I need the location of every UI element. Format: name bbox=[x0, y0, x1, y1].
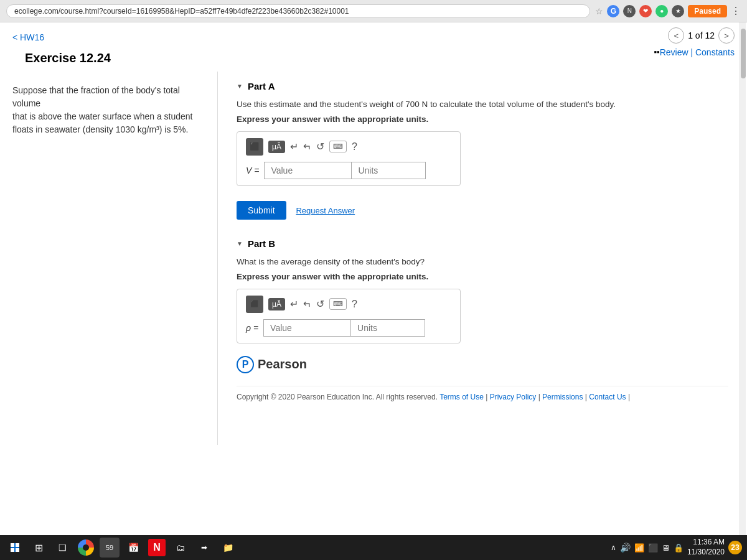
part-b-redo-button[interactable]: ↵ bbox=[303, 298, 311, 310]
battery-icon[interactable]: ⬛ bbox=[648, 543, 658, 553]
part-b-instruction1: What is the average density of the stude… bbox=[237, 256, 728, 268]
taskbar: ⊞ ❑ 59 📅 N 🗂 ➡ 📁 ∧ 🔊 📶 ⬛ 🖥 🔒 11:36 AM 11… bbox=[0, 535, 747, 560]
pearson-logo: P Pearson bbox=[237, 356, 728, 373]
calendar-button[interactable]: 📅 bbox=[123, 538, 143, 558]
ext-icon3[interactable]: ● bbox=[655, 5, 668, 17]
paused-button[interactable]: Paused bbox=[688, 5, 727, 17]
part-a-value-input[interactable] bbox=[264, 162, 351, 179]
part-a-toolbar: ⬛ μÃ ↵ ↵ ↺ ⌨ ? bbox=[246, 138, 451, 156]
part-a-header[interactable]: ▼ Part A bbox=[237, 81, 728, 91]
files-icon: 🗂 bbox=[176, 543, 185, 553]
part-a-title: Part A bbox=[248, 81, 275, 91]
part-a-section: ▼ Part A Use this estimate and the stude… bbox=[237, 81, 728, 220]
part-b-formula-icon: ⬛ bbox=[250, 300, 259, 308]
ext-icon4[interactable]: ★ bbox=[672, 5, 684, 17]
part-a-answer-box: ⬛ μÃ ↵ ↵ ↺ ⌨ ? V = bbox=[237, 131, 461, 186]
arrow-btn[interactable]: ➡ bbox=[194, 538, 214, 558]
part-b-units-input[interactable] bbox=[350, 319, 425, 337]
formula-icon: ⬛ bbox=[250, 142, 260, 151]
permissions-link[interactable]: Permissions bbox=[542, 393, 583, 401]
privacy-link[interactable]: Privacy Policy bbox=[490, 393, 537, 401]
part-b-header[interactable]: ▼ Part B bbox=[237, 238, 728, 249]
keyboard-button[interactable]: ⌨ bbox=[329, 141, 347, 152]
ext-icon2[interactable]: ❤ bbox=[639, 5, 652, 17]
part-b-toolbar: ⬛ μÃ ↵ ↵ ↺ ⌨ ? bbox=[246, 296, 451, 313]
prev-page-button[interactable]: < bbox=[668, 27, 684, 44]
part-b-help-button[interactable]: ? bbox=[352, 299, 357, 310]
part-b-formula-button[interactable]: ⬛ bbox=[246, 296, 263, 313]
part-a-instruction1: Use this estimate and the student's weig… bbox=[237, 99, 728, 111]
browser-bar: ecollege.com/course.html?courseId=161699… bbox=[0, 0, 747, 22]
part-a-var-label: V = bbox=[246, 166, 259, 175]
folder-button[interactable]: 📁 bbox=[218, 538, 238, 558]
review-icon: ▪▪ bbox=[654, 47, 659, 57]
refresh-button[interactable]: ↺ bbox=[316, 141, 324, 152]
url-bar[interactable]: ecollege.com/course.html?courseId=161699… bbox=[6, 4, 590, 18]
netflix-button[interactable]: N bbox=[147, 538, 167, 558]
pin-59-badge[interactable]: 59 bbox=[100, 538, 120, 558]
search-button[interactable]: ⊞ bbox=[29, 538, 49, 558]
volume-icon[interactable]: 🔊 bbox=[620, 543, 631, 553]
terms-link[interactable]: Terms of Use bbox=[439, 393, 484, 401]
help-button[interactable]: ? bbox=[352, 141, 357, 152]
part-b-title: Part B bbox=[248, 238, 275, 249]
right-panel: ▼ Part A Use this estimate and the stude… bbox=[218, 72, 747, 445]
review-bar: ▪▪ Review | Constants bbox=[654, 47, 735, 57]
task-view-button[interactable]: ❑ bbox=[52, 538, 72, 558]
part-b-answer-box: ⬛ μÃ ↵ ↵ ↺ ⌨ ? ρ = bbox=[237, 289, 461, 343]
header-row: < HW16 Exercise 12.24 < 1 of 12 > ▪▪ Rev… bbox=[0, 22, 747, 72]
part-b-keyboard-button[interactable]: ⌨ bbox=[329, 298, 347, 310]
ext-icon1[interactable]: N bbox=[623, 5, 636, 17]
copyright-text: Copyright © 2020 Pearson Education Inc. … bbox=[237, 393, 438, 401]
lock-icon[interactable]: 🔒 bbox=[674, 543, 684, 553]
scrollbar-thumb[interactable] bbox=[741, 29, 746, 78]
problem-line2: that is above the water surface when a s… bbox=[12, 111, 193, 121]
formula-button[interactable]: ⬛ bbox=[246, 138, 263, 156]
part-a-units-input[interactable] bbox=[351, 162, 426, 179]
calendar-icon: 📅 bbox=[128, 543, 139, 553]
part-b-mu-button[interactable]: μÃ bbox=[268, 298, 285, 310]
part-b-instruction2: Express your answer with the appropriate… bbox=[237, 272, 728, 281]
scrollbar[interactable] bbox=[740, 22, 746, 535]
submit-button[interactable]: Submit bbox=[237, 201, 286, 220]
up-arrow-icon[interactable]: ∧ bbox=[611, 543, 616, 552]
folder-icon: 📁 bbox=[223, 543, 233, 553]
redo-button[interactable]: ↵ bbox=[303, 141, 311, 152]
header-left: < HW16 Exercise 12.24 bbox=[12, 27, 123, 72]
page-number: 1 of 12 bbox=[688, 30, 715, 40]
part-b-undo-button[interactable]: ↵ bbox=[290, 298, 298, 310]
google-icon[interactable]: G bbox=[607, 5, 619, 17]
display-icon[interactable]: 🖥 bbox=[662, 543, 670, 553]
contact-link[interactable]: Contact Us bbox=[589, 393, 626, 401]
pearson-p-icon: P bbox=[237, 356, 254, 373]
request-answer-link[interactable]: Request Answer bbox=[296, 206, 355, 215]
taskbar-system-icons: ∧ 🔊 📶 ⬛ 🖥 🔒 bbox=[611, 543, 684, 553]
chrome-button[interactable] bbox=[76, 538, 96, 558]
part-a-instruction2: Express your answer with the appropriate… bbox=[237, 114, 728, 124]
part-a-input-row: V = bbox=[246, 162, 451, 179]
left-panel: Suppose that the fraction of the body's … bbox=[0, 72, 218, 445]
time-display: 11:36 AM bbox=[687, 538, 725, 548]
menu-dots[interactable]: ⋮ bbox=[731, 5, 741, 17]
undo-button[interactable]: ↵ bbox=[290, 141, 298, 152]
wifi-icon[interactable]: 📶 bbox=[634, 543, 644, 553]
page-content: < HW16 Exercise 12.24 < 1 of 12 > ▪▪ Rev… bbox=[0, 22, 747, 535]
part-b-value-input[interactable] bbox=[263, 319, 350, 337]
browser-icons: ☆ G N ❤ ● ★ Paused ⋮ bbox=[595, 5, 741, 17]
mu-button[interactable]: μÃ bbox=[268, 141, 285, 153]
date-display: 11/30/2020 bbox=[687, 548, 725, 558]
pearson-text: Pearson bbox=[258, 357, 307, 371]
review-link[interactable]: Review | Constants bbox=[660, 47, 735, 57]
files-button[interactable]: 🗂 bbox=[171, 538, 190, 558]
star-icon[interactable]: ☆ bbox=[595, 6, 603, 16]
part-a-actions: Submit Request Answer bbox=[237, 194, 728, 220]
arrow-icon: ➡ bbox=[201, 543, 207, 552]
part-b-arrow: ▼ bbox=[237, 240, 243, 247]
next-page-button[interactable]: > bbox=[718, 27, 735, 44]
back-link[interactable]: < HW16 bbox=[12, 32, 44, 42]
start-button[interactable] bbox=[5, 538, 25, 558]
badge-number: 59 bbox=[106, 544, 113, 551]
exercise-title: Exercise 12.24 bbox=[12, 45, 123, 72]
part-b-refresh-button[interactable]: ↺ bbox=[316, 298, 324, 310]
windows-icon bbox=[11, 543, 19, 552]
